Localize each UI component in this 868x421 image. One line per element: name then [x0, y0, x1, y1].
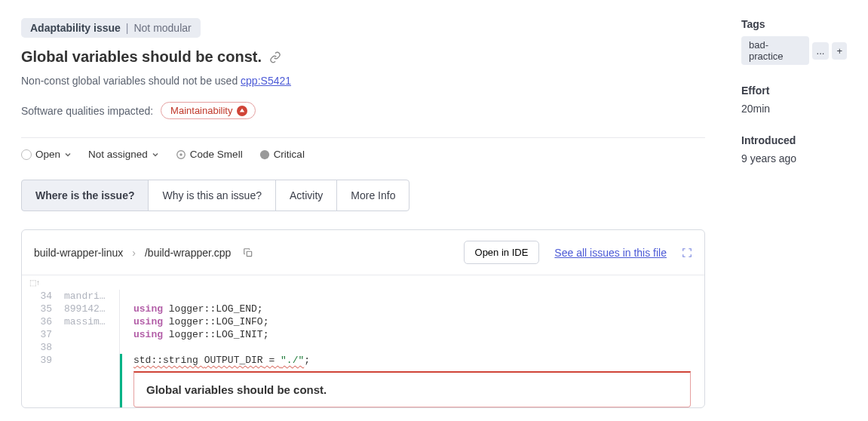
type-label: Code Smell: [176, 149, 243, 160]
svg-point-2: [260, 149, 269, 158]
code-row: 38: [22, 341, 704, 354]
breadcrumb-file[interactable]: /build-wrapper.cpp: [145, 247, 231, 259]
tags-heading: Tags: [741, 18, 847, 30]
chevron-down-icon: [64, 151, 72, 158]
effort-heading: Effort: [741, 85, 847, 97]
rule-link[interactable]: cpp:S5421: [241, 75, 291, 87]
code-row-issue: 39 std::string OUTPUT_DIR = "./";: [22, 354, 704, 367]
qualities-label: Software qualities impacted:: [21, 105, 153, 117]
expand-up-icon[interactable]: ⬚↑: [22, 275, 704, 290]
open-status-icon: [21, 149, 32, 160]
tag-more[interactable]: ...: [812, 42, 830, 60]
chevron-down-icon: [152, 151, 159, 158]
quality-pill[interactable]: Maintainability: [161, 102, 256, 119]
svg-rect-3: [247, 251, 252, 256]
tab-more-info[interactable]: More Info: [336, 180, 409, 211]
copy-icon[interactable]: [243, 247, 253, 258]
effort-value: 20min: [741, 103, 847, 115]
chevron-right-icon: ›: [132, 247, 136, 259]
severity-label: Critical: [259, 149, 305, 160]
tab-activity[interactable]: Activity: [275, 180, 337, 211]
code-row: 36massim… using logger::LOG_INFO;: [22, 315, 704, 328]
tabs: Where is the issue? Why is this an issue…: [21, 180, 705, 211]
critical-icon: [259, 149, 270, 160]
tab-why[interactable]: Why is this an issue?: [148, 180, 276, 211]
breadcrumb-folder[interactable]: build-wrapper-linux: [34, 247, 123, 259]
tag-chip[interactable]: bad-practice: [741, 36, 809, 65]
subcategory-text: Not modular: [133, 22, 191, 34]
assignee-dropdown[interactable]: Not assigned: [88, 149, 159, 160]
code-row: 37 using logger::LOG_INIT;: [22, 328, 704, 341]
introduced-heading: Introduced: [741, 134, 847, 146]
tag-add-button[interactable]: +: [832, 42, 847, 60]
issue-title: Global variables should be const.: [21, 48, 281, 66]
issue-description: Non-const global variables should not be…: [21, 75, 705, 87]
expand-icon[interactable]: [682, 247, 692, 258]
see-all-link[interactable]: See all issues in this file: [554, 247, 667, 259]
status-dropdown[interactable]: Open: [21, 149, 72, 160]
category-text: Adaptability issue: [30, 22, 121, 34]
svg-point-1: [179, 153, 182, 156]
severity-dot-icon: [237, 106, 247, 116]
code-panel: build-wrapper-linux › /build-wrapper.cpp…: [21, 229, 705, 408]
code-smell-icon: [176, 149, 186, 160]
breadcrumb: build-wrapper-linux › /build-wrapper.cpp: [34, 247, 253, 259]
permalink-icon[interactable]: [269, 51, 281, 63]
category-badge: Adaptability issue | Not modular: [21, 18, 201, 38]
code-row: 35899142… using logger::LOG_END;: [22, 303, 704, 315]
code-row: 34mandri…: [22, 290, 704, 303]
open-ide-button[interactable]: Open in IDE: [464, 241, 540, 264]
inline-issue-box[interactable]: Global variables should be const.: [133, 371, 691, 407]
tab-where[interactable]: Where is the issue?: [21, 180, 149, 211]
introduced-value: 9 years ago: [741, 152, 847, 164]
